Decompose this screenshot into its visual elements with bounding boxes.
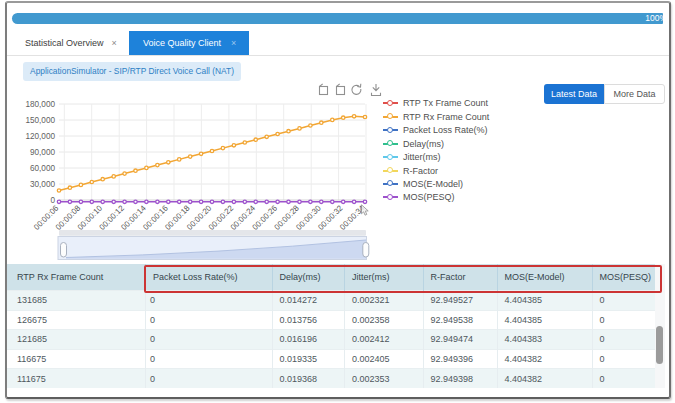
svg-text:150,000: 150,000	[25, 116, 55, 125]
svg-text:90,000: 90,000	[30, 148, 55, 157]
svg-text:180,000: 180,000	[25, 100, 55, 109]
svg-text:120,000: 120,000	[25, 132, 55, 141]
svg-text:60,000: 60,000	[30, 164, 55, 173]
svg-text:30,000: 30,000	[30, 180, 55, 189]
